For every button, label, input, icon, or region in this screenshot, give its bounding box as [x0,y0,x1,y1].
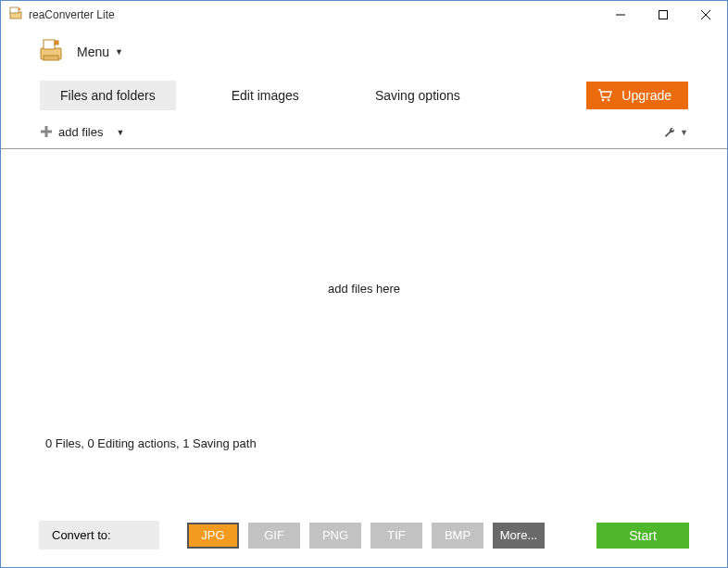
format-jpg-button[interactable]: JPG [187,523,239,549]
upgrade-label: Upgrade [621,88,672,103]
tab-edit-images[interactable]: Edit images [211,81,320,110]
tab-saving-options[interactable]: Saving options [355,81,481,110]
tabs: Files and folders Edit images Saving opt… [1,75,727,116]
format-more-button[interactable]: More... [493,523,545,549]
minimize-button[interactable] [599,1,642,29]
titlebar: reaConverter Lite [1,1,727,29]
wrench-icon [663,126,676,139]
window-controls [599,1,727,29]
add-files-row: add files ▼ ▼ [1,116,727,149]
cart-icon [597,89,612,102]
add-files-button[interactable]: add files [58,125,103,139]
format-tif-button[interactable]: TIF [370,523,422,549]
format-buttons: JPG GIF PNG TIF BMP More... [187,523,545,549]
bottom-bar: Convert to: JPG GIF PNG TIF BMP More... … [0,521,728,549]
svg-point-12 [608,99,610,102]
add-files-caret-icon[interactable]: ▼ [116,128,124,137]
svg-rect-4 [659,11,668,19]
upgrade-button[interactable]: Upgrade [586,82,688,109]
maximize-button[interactable] [642,1,684,29]
app-icon [8,6,23,24]
plus-icon[interactable] [40,124,53,141]
start-button[interactable]: Start [596,523,689,549]
format-gif-button[interactable]: GIF [248,523,300,549]
svg-rect-9 [55,41,58,44]
menu-caret-icon[interactable]: ▼ [115,47,123,57]
menu-bar: Menu ▼ [1,29,727,75]
close-button[interactable] [684,1,727,29]
drop-zone[interactable]: add files here [1,149,727,427]
format-png-button[interactable]: PNG [309,523,361,549]
printer-icon [38,37,64,67]
svg-rect-2 [19,8,20,10]
menu-label[interactable]: Menu [77,44,109,59]
convert-to-label: Convert to: [39,521,159,549]
svg-point-11 [602,99,605,102]
svg-rect-8 [44,40,55,49]
svg-rect-1 [10,7,19,13]
drop-zone-hint: add files here [328,282,400,296]
format-bmp-button[interactable]: BMP [432,523,483,549]
window-title: reaConverter Lite [29,8,599,21]
svg-rect-10 [44,56,58,60]
settings-wrench-button[interactable]: ▼ [663,126,688,139]
status-text: 0 Files, 0 Editing actions, 1 Saving pat… [1,427,727,460]
svg-line-5 [701,10,710,19]
tab-files-and-folders[interactable]: Files and folders [40,81,176,110]
svg-line-6 [701,10,710,19]
